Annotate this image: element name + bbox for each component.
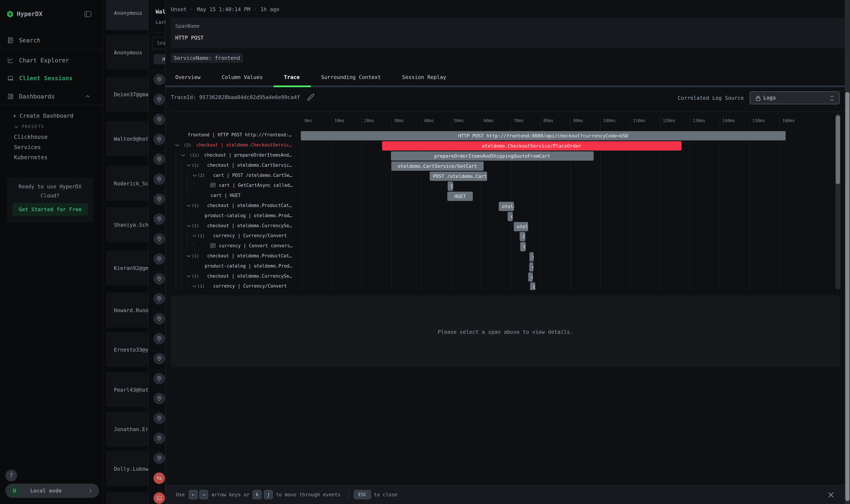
session-event-row[interactable]	[148, 451, 165, 471]
presets-label[interactable]: PRESETS	[22, 124, 44, 129]
session-event-row[interactable]	[148, 271, 165, 291]
session-event-row[interactable]	[148, 92, 165, 112]
trace-tree-row[interactable]: currency | Convert convers…	[165, 241, 301, 251]
window-scrollbar-thumb[interactable]	[845, 92, 849, 501]
sidebar-item-search[interactable]: Search	[0, 34, 103, 47]
sidebar-item-chart-explorer[interactable]: Chart Explorer	[0, 54, 103, 67]
span-bar[interactable]: oteldemo.CurrencyService/Convert	[528, 272, 533, 282]
session-event-row[interactable]	[148, 152, 165, 172]
chevron-down-icon[interactable]	[186, 162, 192, 168]
window-scrollbar[interactable]	[845, 0, 850, 504]
trace-tree-row[interactable]: frontend | HTTP POST http://frontend:…	[165, 130, 301, 140]
trace-tree-row[interactable]: (11)checkout | prepareOrderItemsAnd…	[165, 150, 301, 160]
sidebar-item-dashboards[interactable]: Dashboards	[0, 90, 103, 103]
trace-tree-row[interactable]: (1)checkout | oteldemo.CartServic…	[165, 160, 301, 170]
chevron-down-icon[interactable]	[180, 152, 186, 158]
chevron-down-icon[interactable]	[186, 253, 192, 259]
trace-tree-row[interactable]: (1)currency | Currency/Convert	[165, 281, 301, 290]
session-card[interactable]: Ernesto33@yahoo.com	[106, 332, 148, 367]
edit-trace-id-icon[interactable]	[307, 93, 315, 101]
session-card[interactable]: Howard.Runolfsdottir@gmail.com	[106, 293, 148, 327]
span-bar[interactable]: HTTP POST http://frontend:8080/api/check…	[301, 131, 786, 140]
session-event-row[interactable]	[148, 112, 165, 132]
tab-session-replay[interactable]: Session Replay	[392, 69, 457, 86]
session-card[interactable]: Roderick_Schmeler12@yahoo.com	[106, 166, 148, 201]
session-card[interactable]: Kieran92@gmail.com	[106, 250, 148, 285]
session-card[interactable]: Walton9@hotmail.com	[106, 121, 148, 156]
chevron-down-icon[interactable]	[192, 233, 197, 238]
trace-tree-row[interactable]: product-catalog | oteldemo.Prod…	[165, 211, 301, 221]
span-bar[interactable]: oteldemo.ProductCatalogService/GetProduc…	[499, 202, 514, 211]
chevron-down-icon[interactable]	[186, 203, 192, 208]
sidebar-item-client-sessions[interactable]: Client Sessions	[0, 72, 103, 85]
session-event-row[interactable]	[148, 231, 165, 251]
span-bar[interactable]: Currency/Convert	[520, 232, 525, 241]
session-event-row[interactable]	[148, 212, 165, 231]
span-bar[interactable]: oteldemo.CartService/GetCart	[391, 161, 484, 171]
preset-item-services[interactable]: Services	[14, 144, 41, 150]
span-bar[interactable]: Currency/Convert	[530, 282, 535, 290]
service-name-chip[interactable]: ServiceName: frontend	[171, 53, 243, 63]
span-bar[interactable]: oteldemo.ProductCatalogService/GetProduc…	[529, 252, 533, 262]
trace-tree-row[interactable]: (2)checkout | oteldemo.CheckoutServic…	[165, 140, 301, 150]
session-event-row[interactable]	[148, 291, 165, 311]
chevron-down-icon[interactable]	[175, 142, 180, 148]
trace-tree-row[interactable]: (2)cart | POST /oteldemo.CartSe…	[165, 170, 301, 180]
chevron-down-icon[interactable]	[186, 273, 192, 279]
preset-item-clickhouse[interactable]: Clickhouse	[14, 133, 48, 140]
session-event-row[interactable]	[148, 490, 165, 504]
session-card[interactable]: Anonymous	[106, 35, 148, 70]
close-panel-icon[interactable]	[827, 491, 835, 499]
trace-tree-row[interactable]: product-catalog | oteldemo.Prod…	[165, 261, 301, 271]
get-started-button[interactable]: Get Started for Free	[12, 203, 88, 216]
span-bar[interactable]: GetCartAsync called with userId	[448, 182, 453, 191]
local-mode-button[interactable]: U Local mode	[5, 484, 99, 498]
session-card[interactable]: Anonymous	[106, 0, 148, 30]
waterfall-scrollbar[interactable]	[835, 114, 840, 289]
session-card[interactable]: Pearl43@hotmail.com	[106, 372, 148, 407]
session-event-row[interactable]	[148, 351, 165, 371]
help-button[interactable]: ?	[5, 470, 17, 481]
trace-tree-row[interactable]: (1)checkout | oteldemo.CurrencySe…	[165, 221, 301, 231]
presets-chevron-icon[interactable]	[14, 125, 19, 129]
trace-tree-row[interactable]: (1)checkout | oteldemo.ProductCat…	[165, 251, 301, 261]
session-event-row[interactable]	[148, 371, 165, 391]
span-bar[interactable]: oteldemo.CurrencyService/Convert	[514, 222, 528, 231]
session-event-row[interactable]	[148, 431, 165, 451]
span-bar[interactable]: POST /oteldemo.CartService/GetCart	[430, 172, 487, 181]
session-card[interactable]: Shaniya.Schiller@hotmail.com	[106, 207, 148, 242]
trace-tree-row[interactable]: (1)checkout | oteldemo.ProductCat…	[165, 200, 301, 211]
preset-item-kubernetes[interactable]: Kubernetes	[14, 154, 48, 161]
span-bar[interactable]: oteldemo.ProductCatalogService/GetProduc…	[508, 212, 513, 221]
session-event-row[interactable]	[148, 72, 165, 92]
session-card[interactable]: Jonathan.Erdman@yahoo.com	[106, 412, 148, 447]
session-event-row[interactable]	[148, 411, 165, 431]
highlighted-filter-button[interactable]: Highlighted	[153, 54, 165, 65]
tab-trace[interactable]: Trace	[273, 69, 310, 86]
chevron-down-icon[interactable]	[192, 173, 197, 178]
tab-column-values[interactable]: Column Values	[211, 69, 273, 86]
span-bar[interactable]: prepareOrderItemsAndShippingQuoteFromCar…	[391, 151, 594, 161]
span-bar[interactable]: oteldemo.ProductCatalogService/GetProduc…	[529, 262, 533, 272]
trace-tree-row[interactable]: (1)currency | Currency/Convert	[165, 231, 301, 241]
span-bar[interactable]: oteldemo.CheckoutService/PlaceOrder	[382, 141, 682, 150]
session-event-row[interactable]	[148, 132, 165, 152]
trace-tree-row[interactable]: cart | HGET	[165, 190, 301, 200]
tab-overview[interactable]: Overview	[165, 69, 211, 86]
session-event-row[interactable]	[148, 391, 165, 411]
session-card[interactable]: Dolly.Lubowitz@hotmail.com	[106, 451, 148, 486]
session-event-row[interactable]	[148, 471, 165, 490]
session-event-row[interactable]	[148, 311, 165, 331]
session-event-row[interactable]	[148, 192, 165, 212]
log-source-select[interactable]: Logs	[750, 91, 839, 104]
session-event-row[interactable]	[148, 172, 165, 192]
session-event-row[interactable]	[148, 251, 165, 271]
span-bar[interactable]: Convert conversion request successful	[520, 242, 526, 251]
sidebar-collapse-icon[interactable]	[85, 11, 91, 17]
chevron-down-icon[interactable]	[192, 283, 197, 289]
session-search-input[interactable]: Search events...	[152, 37, 165, 49]
create-dashboard-button[interactable]: + Create Dashboard	[13, 112, 73, 119]
session-card[interactable]	[106, 492, 148, 504]
trace-tree-row[interactable]: (1)checkout | oteldemo.CurrencySe…	[165, 271, 301, 281]
session-card[interactable]: Deion37@gmail.com	[106, 77, 148, 112]
